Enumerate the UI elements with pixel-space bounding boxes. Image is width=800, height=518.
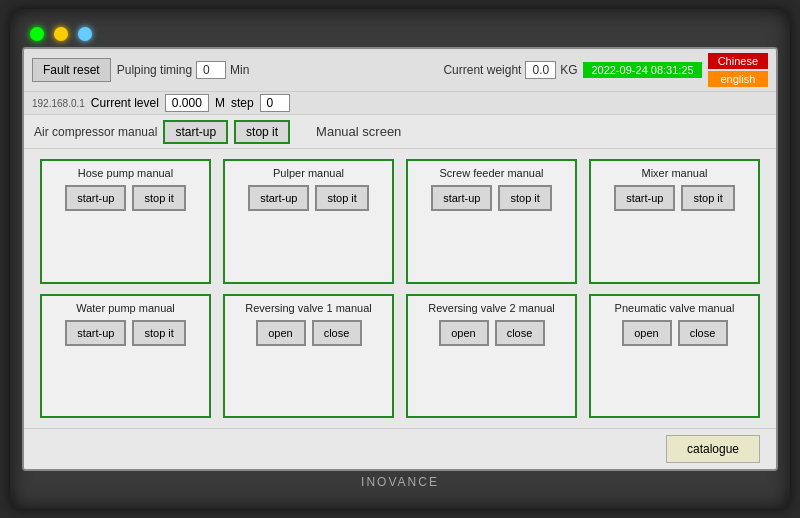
pulping-value: 0 bbox=[196, 61, 226, 79]
water-pump-startup-button[interactable]: start-up bbox=[65, 320, 126, 346]
device-grid: Hose pump manual start-up stop it Pulper… bbox=[24, 149, 776, 428]
reversing-valve2-panel: Reversing valve 2 manual open close bbox=[406, 294, 577, 419]
step-value: 0 bbox=[260, 94, 290, 112]
water-pump-stopit-button[interactable]: stop it bbox=[132, 320, 185, 346]
monitor: Fault reset Pulping timing 0 Min Current… bbox=[10, 9, 790, 509]
mixer-stopit-button[interactable]: stop it bbox=[681, 185, 734, 211]
english-button[interactable]: english bbox=[708, 71, 768, 87]
pneumatic-valve-close-button[interactable]: close bbox=[678, 320, 728, 346]
reversing-valve1-label: Reversing valve 1 manual bbox=[231, 302, 386, 314]
header-row: Fault reset Pulping timing 0 Min Current… bbox=[24, 49, 776, 92]
hose-pump-panel: Hose pump manual start-up stop it bbox=[40, 159, 211, 284]
brand-label: INOVANCE bbox=[22, 471, 778, 489]
screw-feeder-stopit-button[interactable]: stop it bbox=[498, 185, 551, 211]
pneumatic-valve-panel: Pneumatic valve manual open close bbox=[589, 294, 760, 419]
mixer-startup-button[interactable]: start-up bbox=[614, 185, 675, 211]
screw-feeder-label: Screw feeder manual bbox=[414, 167, 569, 179]
pneumatic-valve-label: Pneumatic valve manual bbox=[597, 302, 752, 314]
pulper-stopit-button[interactable]: stop it bbox=[315, 185, 368, 211]
pulper-startup-button[interactable]: start-up bbox=[248, 185, 309, 211]
weight-info: Current weight 0.0 KG bbox=[443, 61, 577, 79]
mixer-label: Mixer manual bbox=[597, 167, 752, 179]
pneumatic-valve-open-button[interactable]: open bbox=[622, 320, 672, 346]
mixer-panel: Mixer manual start-up stop it bbox=[589, 159, 760, 284]
chinese-button[interactable]: Chinese bbox=[708, 53, 768, 69]
current-weight-unit: KG bbox=[560, 63, 577, 77]
screen-title: Manual screen bbox=[316, 124, 401, 139]
air-compressor-label: Air compressor manual bbox=[34, 125, 157, 139]
current-weight-value: 0.0 bbox=[525, 61, 556, 79]
screen: Fault reset Pulping timing 0 Min Current… bbox=[22, 47, 778, 471]
power-led bbox=[30, 27, 44, 41]
monitor-top-bar bbox=[22, 21, 778, 47]
air-startup-button[interactable]: start-up bbox=[163, 120, 228, 144]
pulping-label: Pulping timing bbox=[117, 63, 192, 77]
pulping-info: Pulping timing 0 Min bbox=[117, 61, 250, 79]
footer: catalogue bbox=[24, 428, 776, 469]
reversing-valve1-panel: Reversing valve 1 manual open close bbox=[223, 294, 394, 419]
pulping-unit: Min bbox=[230, 63, 249, 77]
hose-pump-startup-button[interactable]: start-up bbox=[65, 185, 126, 211]
level-row: 192.168.0.1 Current level 0.000 M step 0 bbox=[24, 92, 776, 115]
reversing-valve2-label: Reversing valve 2 manual bbox=[414, 302, 569, 314]
lang-buttons: Chinese english bbox=[708, 53, 768, 87]
address-label: 192.168.0.1 bbox=[32, 98, 85, 109]
water-pump-panel: Water pump manual start-up stop it bbox=[40, 294, 211, 419]
current-level-unit: M bbox=[215, 96, 225, 110]
current-level-label: Current level bbox=[91, 96, 159, 110]
water-pump-label: Water pump manual bbox=[48, 302, 203, 314]
reversing-valve1-close-button[interactable]: close bbox=[312, 320, 362, 346]
current-weight-label: Current weight bbox=[443, 63, 521, 77]
fault-reset-button[interactable]: Fault reset bbox=[32, 58, 111, 82]
current-level-value: 0.000 bbox=[165, 94, 209, 112]
status-led bbox=[54, 27, 68, 41]
hose-pump-label: Hose pump manual bbox=[48, 167, 203, 179]
screw-feeder-startup-button[interactable]: start-up bbox=[431, 185, 492, 211]
datetime-box: 2022-09-24 08:31:25 bbox=[583, 62, 701, 78]
hose-pump-stopit-button[interactable]: stop it bbox=[132, 185, 185, 211]
reversing-valve2-open-button[interactable]: open bbox=[439, 320, 489, 346]
sub-header: Air compressor manual start-up stop it M… bbox=[24, 115, 776, 149]
reversing-valve2-close-button[interactable]: close bbox=[495, 320, 545, 346]
pulper-label: Pulper manual bbox=[231, 167, 386, 179]
reversing-valve1-open-button[interactable]: open bbox=[256, 320, 306, 346]
air-stopit-button[interactable]: stop it bbox=[234, 120, 290, 144]
step-label: step bbox=[231, 96, 254, 110]
pulper-panel: Pulper manual start-up stop it bbox=[223, 159, 394, 284]
screw-feeder-panel: Screw feeder manual start-up stop it bbox=[406, 159, 577, 284]
network-led bbox=[78, 27, 92, 41]
catalogue-button[interactable]: catalogue bbox=[666, 435, 760, 463]
